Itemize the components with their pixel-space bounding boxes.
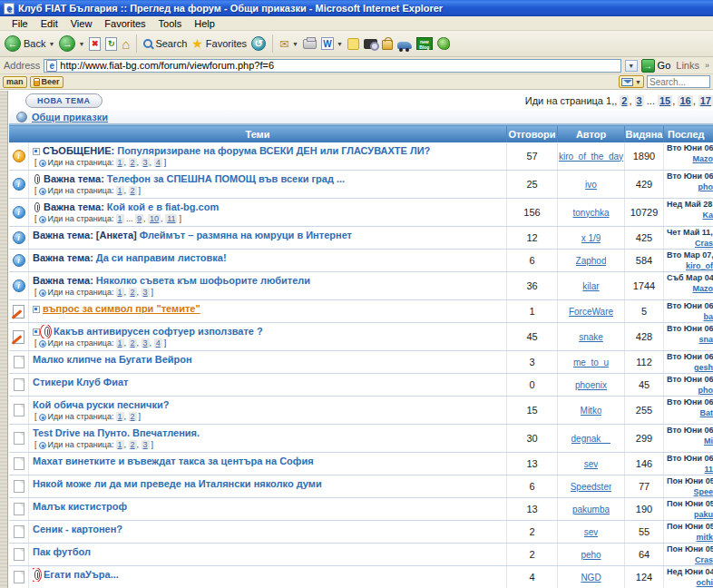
forward-dropdown-icon[interactable]: ▼ (78, 41, 84, 47)
mail-button[interactable]: ✉ ▼ (279, 38, 298, 50)
lastpost-author-link[interactable]: Mazo (693, 154, 713, 163)
toolbar-search-input[interactable] (647, 75, 710, 88)
links-bar-label[interactable]: Links (674, 60, 701, 71)
media-finder-button[interactable] (364, 39, 377, 49)
author-link[interactable]: pakumba (572, 505, 610, 514)
topic-link[interactable]: Стикери Клуб Фиат (33, 376, 128, 389)
author-link[interactable]: Zaphod (576, 256, 607, 266)
topic-link[interactable]: Сеник - картонен? (33, 523, 122, 536)
topic-link[interactable]: Малко клипче на Бугати Вейрон (33, 353, 192, 367)
topic-link[interactable]: Да си направим листовка! (96, 251, 227, 265)
page-link[interactable]: 1 (116, 338, 124, 348)
shopping-button[interactable] (382, 40, 393, 50)
icq-button[interactable] (437, 37, 450, 50)
menu-help[interactable]: Help (188, 18, 221, 29)
author-link[interactable]: phoenix (575, 380, 607, 390)
page-link[interactable]: 1 (116, 288, 124, 297)
address-dropdown-button[interactable]: ▼ (625, 60, 638, 72)
topic-link[interactable]: Телефон за СПЕШНА ПОМОЩ във всеки град .… (107, 172, 345, 186)
topic-link[interactable]: Кой обича руски песнички? (33, 398, 169, 412)
author-link[interactable]: kilar (582, 281, 599, 291)
forward-button[interactable]: → ▼ (59, 35, 84, 52)
top-page-link[interactable]: 15 (658, 95, 672, 106)
mail-check-dropdown-icon[interactable]: ▼ (635, 79, 641, 85)
stop-button[interactable]: ✖ (89, 37, 101, 51)
topic-link[interactable]: Test Drive на Пунто. Впечатления. (33, 426, 200, 440)
mail-dropdown-icon[interactable]: ▼ (292, 41, 298, 47)
page-link[interactable]: 2 (129, 412, 137, 421)
lastpost-author-link[interactable]: Ka (702, 211, 713, 220)
author-link[interactable]: Mitko (581, 406, 602, 416)
top-page-link[interactable]: 2 (620, 95, 629, 106)
author-link[interactable]: Speedster (571, 482, 612, 492)
topic-link[interactable]: Кой кой е в fiat-bg.com (107, 201, 219, 214)
page-link[interactable]: 4 (154, 338, 162, 348)
author-link[interactable]: snake (579, 332, 603, 342)
author-link[interactable]: x 1/9 (581, 233, 601, 243)
favorites-button[interactable]: ★ Favorites (191, 37, 247, 50)
lastpost-author-link[interactable]: ba (703, 312, 713, 321)
page-link[interactable]: 10 (148, 214, 161, 223)
goto-latest-post-icon[interactable] (33, 306, 40, 313)
topic-link[interactable]: Някой може ли да ми преведе на Италянски… (33, 477, 322, 491)
page-link[interactable]: 1 (116, 214, 124, 223)
lastpost-author-link[interactable]: kiro_of (686, 261, 713, 270)
forum-title-link[interactable]: Общи приказки (32, 112, 108, 122)
author-link[interactable]: sev (584, 459, 599, 469)
page-link[interactable]: 3 (142, 338, 150, 348)
menu-tools[interactable]: Tools (152, 18, 189, 29)
notes-button[interactable] (347, 38, 359, 50)
print-button[interactable] (303, 39, 317, 49)
refresh-button[interactable]: ↻ (105, 37, 117, 51)
author-link[interactable]: tonychka (572, 208, 609, 218)
author-link[interactable]: degnak__ (571, 434, 611, 444)
lastpost-author-link[interactable]: Cras (695, 555, 713, 564)
author-link[interactable]: me_to_u (573, 358, 609, 368)
topic-link[interactable]: Пак футбол (33, 545, 91, 559)
page-link[interactable]: 4 (154, 158, 162, 167)
lastpost-author-link[interactable]: pho (698, 386, 713, 395)
page-link[interactable]: 9 (135, 214, 143, 223)
lastpost-author-link[interactable]: ochi (696, 578, 713, 587)
lastpost-author-link[interactable]: Mazo (693, 284, 713, 293)
page-link[interactable]: 1 (116, 412, 124, 421)
lastpost-author-link[interactable]: mitk (696, 533, 713, 542)
page-link[interactable]: 11 (165, 214, 177, 223)
go-button[interactable]: → Go (641, 59, 671, 73)
lastpost-author-link[interactable]: Bat (699, 408, 713, 417)
lastpost-author-link[interactable]: sna (698, 335, 713, 344)
topic-link[interactable]: Какъв антивирусен софтуер използвате ? (54, 325, 263, 338)
search-button[interactable]: Search (143, 38, 187, 49)
topic-link[interactable]: Махат винетките и въвеждат такса за цент… (33, 455, 314, 468)
lastpost-author-link[interactable]: Mi (704, 436, 713, 446)
menu-edit[interactable]: Edit (34, 18, 64, 29)
goto-latest-post-icon[interactable] (33, 328, 40, 336)
page-link[interactable]: 2 (129, 440, 137, 449)
beer-button[interactable]: Beer (30, 76, 63, 88)
lastpost-author-link[interactable]: Spee (693, 487, 713, 496)
page-link[interactable]: 1 (116, 440, 124, 449)
mail-check-button[interactable]: ▼ (619, 75, 644, 88)
topic-link[interactable]: Флеймът – размяна на юмруци в Интернет (140, 229, 352, 242)
new-topic-button[interactable]: НОВА ТЕМА (25, 93, 103, 108)
lastpost-author-link[interactable]: 11 (704, 465, 713, 474)
links-chevron-icon[interactable]: » (705, 61, 709, 70)
page-link[interactable]: 3 (142, 288, 150, 297)
page-link[interactable]: 1 (116, 158, 124, 167)
page-link[interactable]: 2 (129, 186, 137, 195)
author-link[interactable]: sev (584, 527, 599, 537)
edit-dropdown-icon[interactable]: ▼ (337, 41, 343, 47)
home-button[interactable]: ⌂ (122, 37, 130, 51)
page-link[interactable]: 2 (129, 288, 137, 297)
page-link[interactable]: 3 (142, 158, 150, 167)
topic-link[interactable]: въпрос за символ при "темите" (43, 302, 200, 316)
back-button[interactable]: ← Back ▼ (5, 35, 54, 52)
author-link[interactable]: NGD (581, 573, 601, 583)
author-link[interactable]: kiro_of_the_day (559, 152, 623, 162)
back-dropdown-icon[interactable]: ▼ (48, 41, 54, 47)
goto-latest-post-icon[interactable] (33, 148, 40, 155)
menu-favorites[interactable]: Favorites (98, 18, 151, 29)
page-link[interactable]: 1 (116, 186, 124, 195)
top-page-link[interactable]: 3 (635, 95, 644, 106)
edit-with-word-button[interactable]: W ▼ (321, 37, 343, 50)
